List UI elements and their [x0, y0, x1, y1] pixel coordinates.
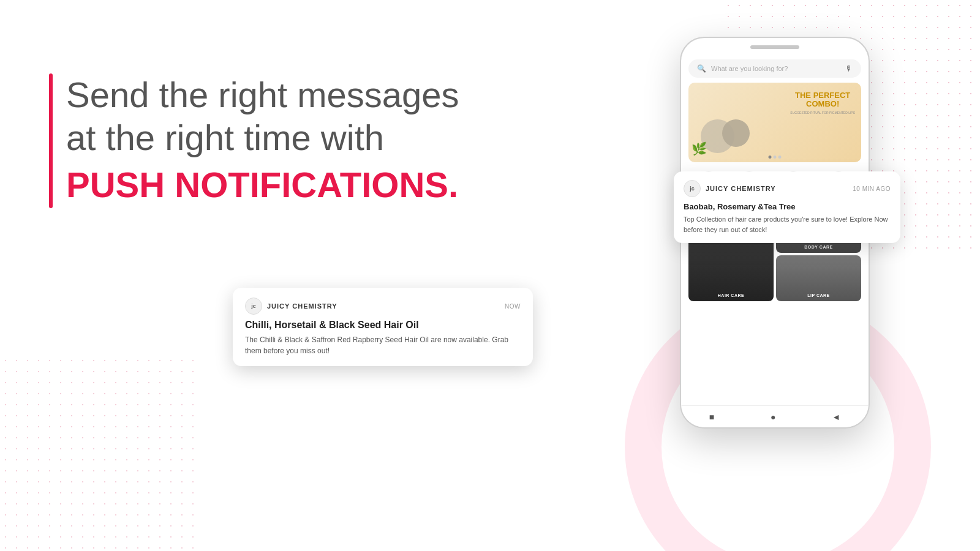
search-placeholder: What are you looking for? [711, 65, 840, 72]
phone-notch [750, 45, 799, 49]
phone-search-bar[interactable]: 🔍 What are you looking for? 🎙 [688, 59, 861, 78]
notif1-brand-name: JUICY CHEMISTRY [706, 185, 776, 192]
search-icon: 🔍 [697, 64, 706, 73]
phone-banner: 🌿 THE PERFECT COMBO! SUGGESTED RITUAL FO… [688, 83, 861, 162]
category-lip-care-label: LIP CARE [776, 293, 861, 298]
notif2-brand-name: JUICY CHEMISTRY [267, 302, 337, 310]
category-body-care-label: BODY CARE [776, 245, 861, 249]
category-lip-care: LIP CARE [776, 255, 861, 301]
banner-product2 [722, 119, 750, 147]
headline-line2: at the right time with [66, 116, 466, 159]
banner-subtitle: SUGGESTED RITUAL FOR PIGMENTED LIPS [790, 111, 855, 114]
mic-icon: 🎙 [845, 64, 853, 73]
notif1-brand-logo: jc [684, 180, 701, 197]
notif2-time: NOW [505, 303, 521, 310]
notification-card-2: jc JUICY CHEMISTRY NOW Chilli, Horsetail… [233, 288, 533, 366]
notif2-brand-logo: jc [245, 298, 262, 315]
nav-home-icon: ● [771, 412, 775, 422]
banner-title2: COMBO! [790, 100, 855, 108]
nav-back-icon: ◄ [832, 412, 840, 422]
headline-line1: Send the right messages [66, 73, 466, 116]
banner-title1: THE PERFECT [790, 91, 855, 100]
notif1-header: jc JUICY CHEMISTRY 10 MIN AGO [684, 180, 891, 197]
notif1-time: 10 MIN AGO [853, 186, 891, 192]
notif1-body: Top Collection of hair care products you… [684, 214, 891, 234]
phone-bottom-nav: ■ ● ◄ [681, 405, 869, 427]
headline-line3: PUSH NOTIFICATIONS. [66, 163, 466, 206]
notif1-brand: jc JUICY CHEMISTRY [684, 180, 776, 197]
notif1-title: Baobab, Rosemary &Tea Tree [684, 202, 891, 211]
notification-card-1: jc JUICY CHEMISTRY 10 MIN AGO Baobab, Ro… [674, 171, 900, 243]
hero-text-section: Send the right messages at the right tim… [49, 73, 466, 206]
category-hair-care-label: HAIR CARE [688, 293, 774, 298]
nav-stop-icon: ■ [709, 412, 714, 422]
notif2-title: Chilli, Horsetail & Black Seed Hair Oil [245, 320, 521, 331]
banner-leaf: 🌿 [692, 141, 707, 156]
notif2-body: The Chilli & Black & Saffron Red Rapberr… [245, 334, 521, 356]
notif2-brand: jc JUICY CHEMISTRY [245, 298, 337, 315]
notif2-header: jc JUICY CHEMISTRY NOW [245, 298, 521, 315]
dot-pattern-bottom-left [0, 355, 196, 551]
banner-dots [769, 156, 782, 159]
pink-accent-bar [49, 73, 53, 208]
